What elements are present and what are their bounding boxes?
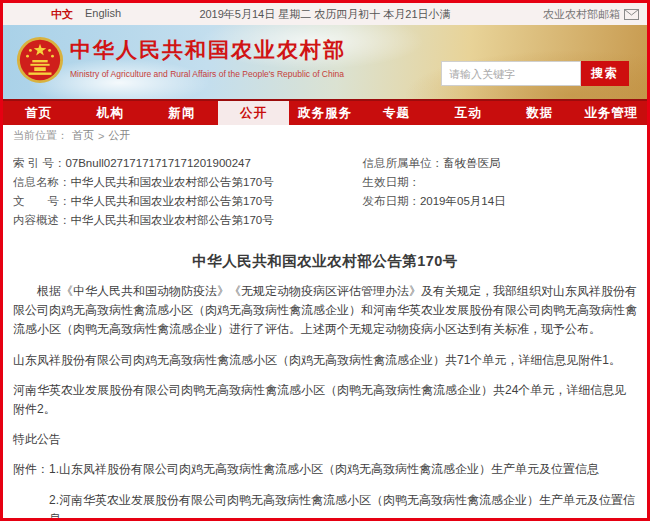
article-paragraph: 河南华英农业发展股份有限公司肉鸭无高致病性禽流感小区（肉鸭无高致病性禽流感企业）…: [13, 381, 637, 419]
nav-item-data[interactable]: 数据: [504, 101, 576, 125]
meta-row-doc-no: 文 号：中华人民共和国农业农村部公告第170号: [13, 192, 362, 211]
article-paragraph: 特此公告: [13, 430, 637, 449]
national-emblem-logo: [16, 36, 64, 84]
meta-row-publish-date: 发布日期：2019年05月14日: [362, 192, 637, 211]
language-switcher: 中文 English: [11, 7, 181, 22]
nav-item-interaction[interactable]: 互动: [432, 101, 504, 125]
breadcrumb-home[interactable]: 首页: [72, 128, 94, 143]
meta-right-column: 信息所属单位：畜牧兽医局 生效日期： 发布日期：2019年05月14日: [362, 154, 637, 230]
meta-row-effective-date: 生效日期：: [362, 173, 637, 192]
nav-item-organization[interactable]: 机构: [75, 101, 147, 125]
article-attachment-line-1: 附件：1.山东凤祥股份有限公司肉鸡无高致病性禽流感小区（肉鸡无高致病性禽流感企业…: [13, 460, 637, 479]
meta-row-info-name: 信息名称：中华人民共和国农业农村部公告第170号: [13, 173, 362, 192]
lang-english-link[interactable]: English: [85, 7, 121, 22]
page: 中文 English 2019年5月14日 星期二 农历四月初十 本月21日小满…: [0, 0, 650, 521]
meta-row-index-no: 索 引 号：07Bnull02717171717171201900247: [13, 154, 362, 173]
nav-item-business-mgmt[interactable]: 业务管理: [576, 101, 648, 125]
article-paragraph: 根据《中华人民共和国动物防疫法》《无规定动物疫病区评估管理办法》及有关规定，我部…: [13, 282, 637, 340]
meta-value: 07Bnull02717171717171201900247: [65, 157, 250, 169]
nav-item-gov-services[interactable]: 政务服务: [289, 101, 361, 125]
nav-item-disclosure[interactable]: 公开: [218, 101, 290, 125]
main-nav: 首页 机构 新闻 公开 政务服务 专题 互动 数据 业务管理: [3, 99, 647, 125]
nav-item-topics[interactable]: 专题: [361, 101, 433, 125]
meta-label: 内容概述：: [13, 214, 71, 226]
meta-left-column: 索 引 号：07Bnull02717171717171201900247 信息名…: [13, 154, 362, 230]
nav-item-home[interactable]: 首页: [3, 101, 75, 125]
top-utility-bar: 中文 English 2019年5月14日 星期二 农历四月初十 本月21日小满…: [3, 3, 647, 25]
article-attachment-line-2: 2.河南华英农业发展股份有限公司肉鸭无高致病性禽流感小区（肉鸭无高致病性禽流感企…: [13, 491, 637, 521]
ministry-name-en: Ministry of Agriculture and Rural Affair…: [70, 69, 346, 79]
meta-value: 畜牧兽医局: [443, 157, 501, 169]
nav-item-news[interactable]: 新闻: [146, 101, 218, 125]
ministry-titles: 中华人民共和国农业农村部 Ministry of Agriculture and…: [70, 36, 346, 79]
meta-label: 文 号：: [13, 195, 71, 207]
mailbox-label: 农业农村部邮箱: [543, 7, 620, 22]
meta-value: 中华人民共和国农业农村部公告第170号: [71, 214, 274, 226]
meta-row-issuing-unit: 信息所属单位：畜牧兽医局: [362, 154, 637, 173]
ministry-name-cn: 中华人民共和国农业农村部: [70, 36, 346, 64]
breadcrumb-separator: >: [98, 130, 104, 142]
site-search: 搜索: [441, 61, 629, 86]
announcement-article: 中华人民共和国农业农村部公告第170号 根据《中华人民共和国动物防疫法》《无规定…: [3, 236, 647, 521]
breadcrumb-current[interactable]: 公开: [108, 128, 130, 143]
breadcrumb-label: 当前位置：: [13, 128, 68, 143]
document-meta: 索 引 号：07Bnull02717171717171201900247 信息名…: [3, 146, 647, 236]
envelope-icon: [624, 9, 639, 20]
lang-chinese-link[interactable]: 中文: [51, 7, 73, 22]
header-banner: 中华人民共和国农业农村部 Ministry of Agriculture and…: [3, 25, 647, 99]
mailbox-link[interactable]: 农业农村部邮箱: [469, 7, 639, 22]
article-paragraph: 山东凤祥股份有限公司肉鸡无高致病性禽流感小区（肉鸡无高致病性禽流感企业）共71个…: [13, 351, 637, 370]
meta-value: 中华人民共和国农业农村部公告第170号: [71, 176, 274, 188]
date-lunar-info: 2019年5月14日 星期二 农历四月初十 本月21日小满: [181, 7, 469, 22]
meta-label: 信息名称：: [13, 176, 71, 188]
meta-label: 索 引 号：: [13, 157, 65, 169]
breadcrumb: 当前位置： 首页 > 公开: [3, 125, 647, 146]
meta-value: 中华人民共和国农业农村部公告第170号: [71, 195, 274, 207]
search-input[interactable]: [441, 61, 581, 86]
meta-label: 生效日期：: [362, 176, 420, 188]
meta-label: 信息所属单位：: [362, 157, 443, 169]
meta-row-summary: 内容概述：中华人民共和国农业农村部公告第170号: [13, 211, 362, 230]
meta-label: 发布日期：: [362, 195, 420, 207]
article-title: 中华人民共和国农业农村部公告第170号: [13, 252, 637, 271]
meta-value: 2019年05月14日: [420, 195, 506, 207]
search-button[interactable]: 搜索: [581, 61, 629, 86]
